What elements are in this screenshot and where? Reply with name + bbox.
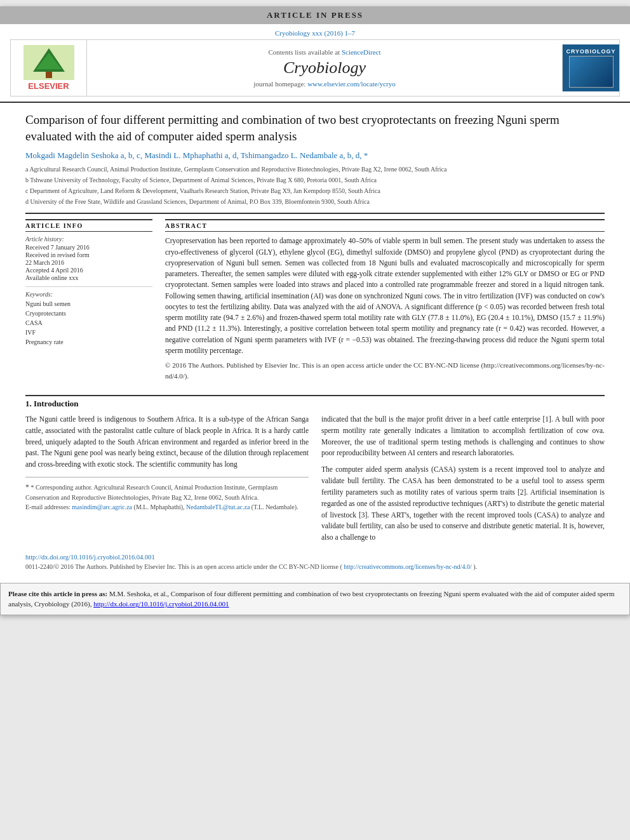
journal-ref: Cryobiology xxx (2016) 1–7	[10, 29, 620, 37]
article-info-abstract-section: ARTICLE INFO Article history: Received 7…	[25, 219, 605, 385]
citation-box: Please cite this article in press as: M.…	[0, 583, 630, 615]
please-cite-label: Please cite this article in press as:	[8, 590, 107, 597]
keyword-4: IVF	[25, 328, 152, 337]
abstract-column: ABSTRACT Cryopreservation has been repor…	[165, 219, 605, 385]
citation-doi-link[interactable]: http://dx.doi.org/10.1016/j.cryobiol.201…	[93, 600, 229, 608]
cryo-logo-text: CRYOBIOLOGY	[566, 48, 615, 55]
article-info-column: ARTICLE INFO Article history: Received 7…	[25, 219, 152, 385]
elsevier-text: ELSEVIER	[28, 81, 69, 91]
affiliation-a: a Agricultural Research Council, Animal …	[25, 164, 605, 174]
keywords-label: Keywords:	[25, 291, 152, 298]
revised-label: Received in revised form	[25, 251, 152, 258]
elsevier-tree-image	[23, 45, 74, 80]
homepage-link: journal homepage: www.elsevier.com/locat…	[93, 80, 556, 88]
license-line: 0011-2240/© 2016 The Authors. Published …	[25, 563, 605, 571]
email1-link[interactable]: masindim@arc.agric.za	[72, 503, 133, 510]
footnote-star: * * Corresponding author. Agricultural R…	[25, 481, 309, 502]
keyword-2: Cryoprotectants	[25, 309, 152, 318]
affiliations: a Agricultural Research Council, Animal …	[25, 164, 605, 206]
revised-date: 22 March 2016	[25, 259, 152, 266]
homepage-url[interactable]: www.elsevier.com/locate/ycryo	[307, 80, 396, 88]
received-date: Received 7 January 2016	[25, 244, 152, 251]
introduction-body: The Nguni cattle breed is indigenous to …	[25, 414, 605, 549]
abstract-copyright: © 2016 The Authors. Published by Elsevie…	[165, 360, 605, 381]
main-content: Comparison of four different permitting …	[0, 103, 630, 578]
sciencedirect-link: Contents lists available at ScienceDirec…	[93, 48, 556, 56]
intro-heading: 1. Introduction	[25, 399, 605, 409]
journal-name: Cryobiology	[93, 58, 556, 77]
article-title: Comparison of four different permitting …	[25, 112, 605, 144]
sciencedirect-anchor[interactable]: ScienceDirect	[342, 48, 381, 56]
keyword-5: Pregnancy rate	[25, 337, 152, 347]
elsevier-logo: ELSEVIER	[11, 40, 87, 96]
journal-title-block: Contents lists available at ScienceDirec…	[87, 42, 562, 94]
abstract-text: Cryopreservation has been reported to da…	[165, 236, 605, 381]
footnote-email: E-mail addresses: masindim@arc.agric.za …	[25, 502, 309, 512]
affiliation-c: c Department of Agriculture, Land Reform…	[25, 186, 605, 196]
accepted-date: Accepted 4 April 2016	[25, 267, 152, 274]
doi-link: http://dx.doi.org/10.1016/j.cryobiol.201…	[25, 554, 605, 561]
keyword-1: Nguni bull semen	[25, 299, 152, 309]
header-inner: ELSEVIER Contents lists available at Sci…	[10, 39, 620, 97]
article-info-header: ARTICLE INFO	[25, 219, 152, 232]
license-anchor[interactable]: http://creativecommons.org/licenses/by-n…	[344, 563, 473, 570]
email2-link[interactable]: NedambaleTL@tut.ac.za	[186, 503, 251, 510]
page: ARTICLE IN PRESS Cryobiology xxx (2016) …	[0, 6, 630, 615]
abstract-paragraph: Cryopreservation has been reported to da…	[165, 236, 605, 356]
available-online: Available online xxx	[25, 274, 152, 281]
intro-right-column: indicated that the bull is the major pro…	[321, 414, 605, 549]
intro-left-column: The Nguni cattle breed is indigenous to …	[25, 414, 309, 549]
doi-anchor[interactable]: http://dx.doi.org/10.1016/j.cryobiol.201…	[25, 554, 155, 561]
keyword-3: CASA	[25, 318, 152, 328]
introduction-section: 1. Introduction The Nguni cattle breed i…	[25, 395, 605, 549]
keywords-list: Nguni bull semen Cryoprotectants CASA IV…	[25, 299, 152, 347]
journal-header: Cryobiology xxx (2016) 1–7 ELSEVIER	[0, 24, 630, 103]
affiliation-b: b Tshwane University of Technology, Facu…	[25, 175, 605, 185]
cryo-logo-block: CRYOBIOLOGY	[562, 44, 619, 91]
history-label: Article history:	[25, 236, 152, 243]
affiliation-d: d University of the Free State, Wildlife…	[25, 197, 605, 206]
intro-left-text: The Nguni cattle breed is indigenous to …	[25, 414, 309, 470]
intro-right-text: indicated that the bull is the major pro…	[321, 414, 605, 543]
authors: Mokgadi Magdelin Seshoka a, b, c, Masind…	[25, 150, 605, 161]
abstract-header: ABSTRACT	[165, 219, 605, 232]
aip-banner: ARTICLE IN PRESS	[0, 6, 630, 24]
footnote-block: * * Corresponding author. Agricultural R…	[25, 477, 309, 512]
cryo-logo-image	[569, 56, 613, 88]
aip-text: ARTICLE IN PRESS	[267, 10, 363, 20]
